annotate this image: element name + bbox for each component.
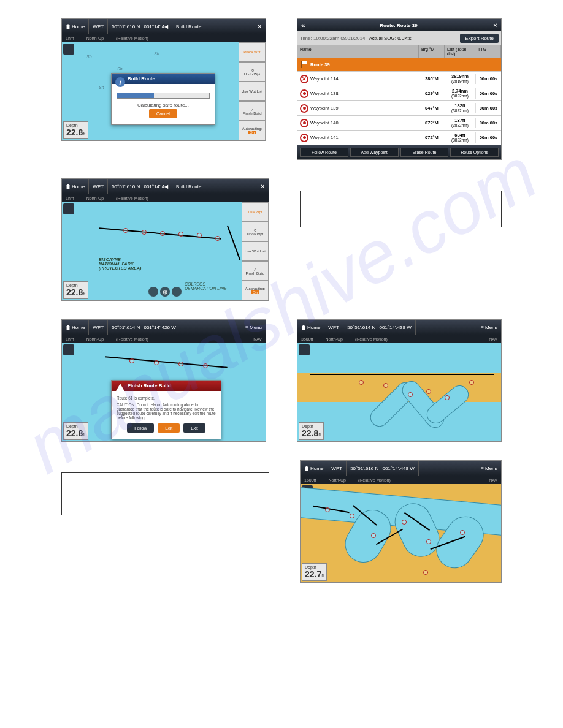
ttg-cell: 00m 00s [475,132,501,143]
menu-button[interactable]: ≡ Menu [477,320,501,335]
chart-area[interactable]: BISCAYNE NATIONAL PARK (PROTECTED AREA) … [62,202,269,300]
chart-label: COLREGS DEMARCATION LINE [185,282,227,290]
finish-build-button[interactable]: ✓Finish Build [239,101,266,121]
erase-route-button[interactable]: Erase Route [400,148,449,157]
screenshot-river-wide: Home WPT 50°51'.614 N 001°14'.438 W ≡ Me… [297,319,502,442]
position-readout: 50°51'.616 N 001°14'.4◀ [108,179,172,194]
note-box [61,472,269,515]
undo-wpt-button[interactable]: ⟲Undo Wpt [239,62,266,82]
home-button[interactable]: Home [62,320,89,335]
tool-btn[interactable] [63,344,74,355]
chart-area[interactable]: Depth22.7ft [301,484,501,582]
waypoint-name: Waypoint 141 [310,135,339,140]
progress-bar [117,93,210,99]
dialog-title: Build Route [112,74,215,84]
home-button[interactable]: Home [297,320,324,335]
wpt-button[interactable]: WPT [89,19,108,34]
close-icon[interactable]: ✕ [493,23,497,28]
home-button[interactable]: Home [62,19,89,34]
use-wpt-list-button[interactable]: Use Wpt List [239,82,266,101]
mode-label: Build Route [172,179,205,194]
add-waypoint-button[interactable]: Add Waypoint [350,148,399,157]
wpt-button[interactable]: WPT [89,179,108,194]
dialog-caution: CAUTION: Do not rely on Autorouting alon… [117,403,216,420]
waypoint-name: Waypoint 138 [310,91,339,96]
zoom-center-button[interactable]: ⊕ [160,287,170,297]
depth-display: Depth22.8ft [63,281,88,299]
follow-route-button[interactable]: Follow Route [300,148,348,157]
menu-button[interactable]: ≡ Menu [242,320,266,335]
export-route-button[interactable]: Export Route [460,34,499,43]
place-wpt-button[interactable]: Place Wpt [239,42,266,62]
table-row[interactable]: Waypoint 114280°M3819nm(3819nm)00m 00s [297,72,501,86]
left-tools [62,42,74,56]
screenshot-river-zoom: Home WPT 50°51'.616 N 001°14'.448 W ≡ Me… [300,460,502,583]
zoom-out-button[interactable]: − [148,287,158,297]
finish-build-button[interactable]: ✓Finish Build [242,261,269,281]
route-header: ‹‹‹ Route: Route 39 ✕ [297,19,501,31]
home-button[interactable]: Home [301,461,327,476]
autorouting-toggle[interactable]: Autorouting:On [239,121,266,140]
autorouting-toggle[interactable]: Autorouting:On [242,281,269,300]
depth-display: Depth22.8ft [299,422,324,440]
edit-button[interactable]: Edit [158,423,180,433]
table-row[interactable]: Waypoint 138029°M2.74nm(3822nm)00m 00s [297,86,501,101]
depth-display: Depth22.8ft [63,422,88,440]
dialog-title: Finish Route Build [112,381,221,391]
close-icon: ✕ [258,24,262,29]
home-label: Home [72,24,85,29]
info-icon: i [115,77,125,87]
waypoint-icon [300,75,308,83]
ttg-cell: 00m 00s [475,118,501,128]
chart-area[interactable]: Finish Route Build Route 61 is complete.… [62,343,266,441]
close-button[interactable]: ✕ [254,19,266,34]
route-table-panel: ‹‹‹ Route: Route 39 ✕ Time: 10:00:22am 0… [297,18,502,160]
table-row[interactable]: Waypoint 141072°M634ft(3822nm)00m 00s [297,131,501,145]
bearing-cell: 072°M [419,132,445,143]
position-readout: 50°51'.614 N 001°14'.426 W [108,320,180,335]
status-bar: 1nmNorth-Up(Relative Motion) [62,34,266,42]
mode-label: Build Route [172,19,205,34]
waypoint-name: Waypoint 140 [310,120,339,126]
note-box [300,191,502,227]
zoom-in-button[interactable]: + [172,287,182,297]
zoom-controls: − ⊕ + [148,287,182,297]
tool-btn[interactable] [299,344,310,355]
wpt-button[interactable]: WPT [327,461,347,476]
home-button[interactable]: Home [62,179,89,194]
table-header: Name Brg °M Dist (Total dist) TTG [297,45,501,58]
route-flag-icon [300,60,308,69]
close-button[interactable]: ✕ [257,179,269,194]
waypoint-icon [300,134,308,142]
chart-area[interactable]: ShSh ShSh Place Wpt ⟲Undo Wpt Use Wpt Li… [62,42,266,140]
waypoint-name: Waypoint 139 [310,105,339,111]
wpt-button[interactable]: WPT [89,320,108,335]
exit-button[interactable]: Exit [183,423,205,433]
table-row[interactable]: Waypoint 140072°M137ft(3822nm)00m 00s [297,116,501,131]
distance-cell: 182ft(3822nm) [445,101,475,115]
home-icon [66,24,71,29]
depth-display: Depth 22.8ft [63,121,88,139]
waypoint-icon [300,89,308,98]
tool-btn[interactable] [63,203,74,214]
distance-cell: 137ft(3822nm) [445,116,475,130]
menu-button[interactable]: ≡ Menu [477,461,501,476]
bearing-cell: 280°M [419,74,445,84]
use-wpt-list-button[interactable]: Use Wpt List [242,241,269,261]
chart-area[interactable]: Depth22.8ft [297,343,501,441]
cancel-button[interactable]: Cancel [149,109,177,118]
wpt-button[interactable]: WPT [324,320,343,335]
route-time: Time: 10:00:22am 08/01/2014 [300,36,365,41]
route-name-row[interactable]: Route 39 [297,58,501,72]
bearing-cell: 072°M [419,118,445,128]
tool-btn[interactable] [63,44,74,55]
build-route-dialog: i Build Route Calculating safe route... … [111,73,215,125]
use-wpt-button[interactable]: Use Wpt [242,202,269,222]
follow-button[interactable]: Follow [127,423,154,433]
undo-wpt-button[interactable]: ⟲Undo Wpt [242,222,269,241]
distance-cell: 634ft(3822nm) [445,131,475,145]
waypoint-icon [300,104,308,113]
table-row[interactable]: Waypoint 139047°M182ft(3822nm)00m 00s [297,101,501,116]
ttg-cell: 00m 00s [475,74,501,84]
route-options-button[interactable]: Route Options [450,148,499,157]
